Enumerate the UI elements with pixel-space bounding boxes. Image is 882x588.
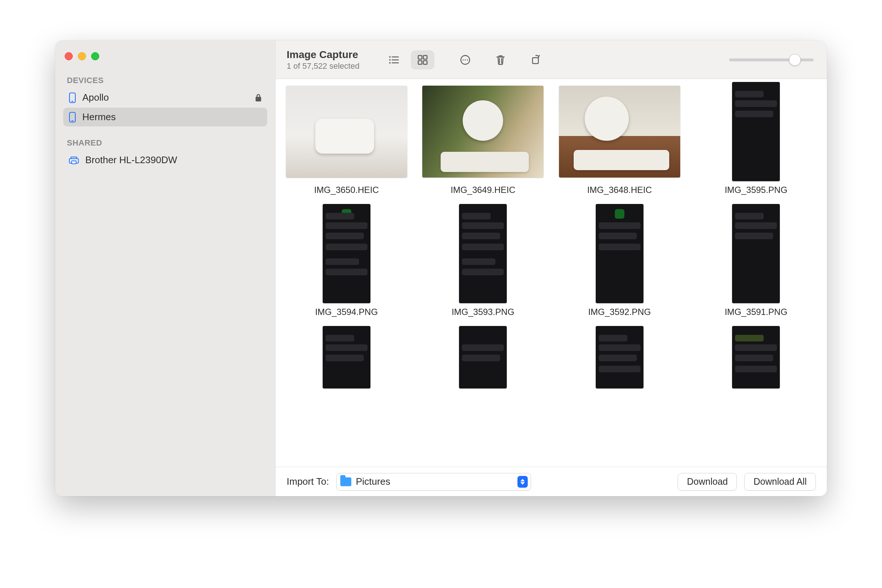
thumbnail-cell[interactable]: IMG_3592.PNG — [557, 204, 682, 317]
thumbnail-filename: IMG_3591.PNG — [725, 307, 788, 317]
svg-point-17 — [463, 59, 464, 60]
import-destination-value: Pictures — [356, 476, 513, 487]
dropdown-caret-icon — [518, 476, 528, 488]
list-view-button[interactable] — [382, 50, 406, 69]
sidebar-item-printer[interactable]: Brother HL-L2390DW — [63, 151, 267, 170]
svg-rect-15 — [423, 61, 427, 64]
svg-point-19 — [467, 59, 468, 60]
scanner-icon — [68, 156, 80, 165]
thumbnail-image[interactable] — [322, 204, 370, 303]
thumbnail-filename: IMG_3649.HEIC — [450, 185, 515, 195]
thumbnail-filename: IMG_3650.HEIC — [314, 185, 379, 195]
sidebar: DEVICES Apollo Hermes SHARED Brother HL-… — [55, 40, 276, 496]
main-area: Image Capture 1 of 57,522 selected — [276, 40, 827, 496]
thumbnail-cell[interactable]: IMG_3650.HEIC — [284, 82, 410, 195]
rotate-button[interactable] — [525, 50, 546, 69]
svg-point-10 — [389, 59, 391, 61]
thumbnail-filename: IMG_3595.PNG — [725, 185, 788, 195]
phone-icon — [68, 92, 76, 103]
title-block: Image Capture 1 of 57,522 selected — [286, 49, 359, 71]
thumbnail-image[interactable] — [322, 326, 370, 388]
slider-thumb[interactable] — [789, 54, 801, 66]
download-button[interactable]: Download — [678, 473, 737, 490]
svg-point-9 — [389, 56, 391, 58]
thumbnail-image[interactable] — [732, 82, 780, 181]
import-to-label: Import To: — [286, 476, 329, 487]
lock-icon — [255, 93, 262, 102]
sidebar-item-label: Hermes — [82, 111, 116, 123]
sidebar-item-label: Brother HL-L2390DW — [85, 154, 177, 166]
thumbnail-cell[interactable] — [693, 326, 819, 388]
delete-button[interactable] — [490, 50, 511, 69]
action-group — [455, 50, 546, 69]
thumbnail-image[interactable] — [286, 86, 407, 177]
sidebar-item-label: Apollo — [82, 92, 109, 103]
grid-view-button[interactable] — [411, 50, 434, 69]
selection-status: 1 of 57,522 selected — [286, 62, 359, 71]
button-label: Download — [687, 476, 728, 487]
thumbnail-image[interactable] — [732, 204, 780, 303]
more-actions-button[interactable] — [455, 50, 476, 69]
svg-rect-14 — [418, 61, 422, 64]
phone-icon — [68, 112, 76, 123]
download-all-button[interactable]: Download All — [744, 473, 816, 490]
thumbnail-cell[interactable]: IMG_3595.PNG — [693, 82, 819, 195]
sidebar-item-device-apollo[interactable]: Apollo — [63, 88, 267, 107]
thumbnail-size-slider-wrap — [550, 58, 816, 62]
import-destination-select[interactable]: Pictures — [336, 473, 531, 490]
sidebar-section-shared-label: SHARED — [67, 138, 267, 148]
svg-rect-5 — [72, 160, 76, 164]
view-mode-group — [382, 50, 434, 69]
thumbnail-cell[interactable] — [420, 326, 546, 388]
thumbnail-cell[interactable]: IMG_3649.HEIC — [420, 82, 546, 195]
sidebar-item-device-hermes[interactable]: Hermes — [63, 108, 267, 126]
thumbnail-image[interactable] — [422, 86, 543, 177]
thumbnail-image[interactable] — [596, 204, 644, 303]
svg-rect-12 — [418, 56, 422, 59]
thumbnail-cell[interactable]: IMG_3594.PNG — [284, 204, 410, 317]
minimize-window-button[interactable] — [78, 52, 86, 60]
thumbnail-filename: IMG_3593.PNG — [452, 307, 514, 317]
zoom-window-button[interactable] — [91, 52, 99, 60]
footer-bar: Import To: Pictures Download Download Al… — [276, 467, 827, 496]
thumbnail-cell[interactable] — [284, 326, 410, 388]
folder-icon — [340, 477, 351, 486]
thumbnail-image[interactable] — [459, 204, 507, 303]
thumbnail-cell[interactable]: IMG_3591.PNG — [693, 204, 819, 317]
app-window: DEVICES Apollo Hermes SHARED Brother HL-… — [55, 40, 827, 496]
sidebar-section-devices-label: DEVICES — [67, 76, 267, 85]
thumbnail-grid-area[interactable]: IMG_3650.HEIC IMG_3649.HEIC IMG_3648.HEI… — [276, 79, 827, 467]
thumbnail-image[interactable] — [459, 326, 507, 388]
button-label: Download All — [753, 476, 807, 487]
svg-point-18 — [465, 59, 466, 60]
svg-point-11 — [389, 62, 391, 64]
thumbnail-filename: IMG_3648.HEIC — [587, 185, 652, 195]
app-title: Image Capture — [286, 49, 359, 61]
svg-rect-22 — [532, 58, 538, 64]
thumbnail-cell[interactable] — [557, 326, 682, 388]
thumbnail-image[interactable] — [732, 326, 780, 388]
window-controls — [64, 52, 267, 60]
svg-rect-13 — [423, 56, 427, 59]
thumbnail-cell[interactable]: IMG_3648.HEIC — [557, 82, 682, 195]
thumbnail-filename: IMG_3594.PNG — [315, 307, 378, 317]
thumbnail-image[interactable] — [596, 326, 644, 388]
close-window-button[interactable] — [64, 52, 73, 60]
thumbnail-grid: IMG_3650.HEIC IMG_3649.HEIC IMG_3648.HEI… — [284, 82, 819, 388]
thumbnail-size-slider[interactable] — [729, 58, 814, 62]
thumbnail-filename: IMG_3592.PNG — [588, 307, 651, 317]
thumbnail-image[interactable] — [559, 86, 680, 177]
thumbnail-cell[interactable]: IMG_3593.PNG — [420, 204, 546, 317]
toolbar: Image Capture 1 of 57,522 selected — [276, 40, 827, 79]
